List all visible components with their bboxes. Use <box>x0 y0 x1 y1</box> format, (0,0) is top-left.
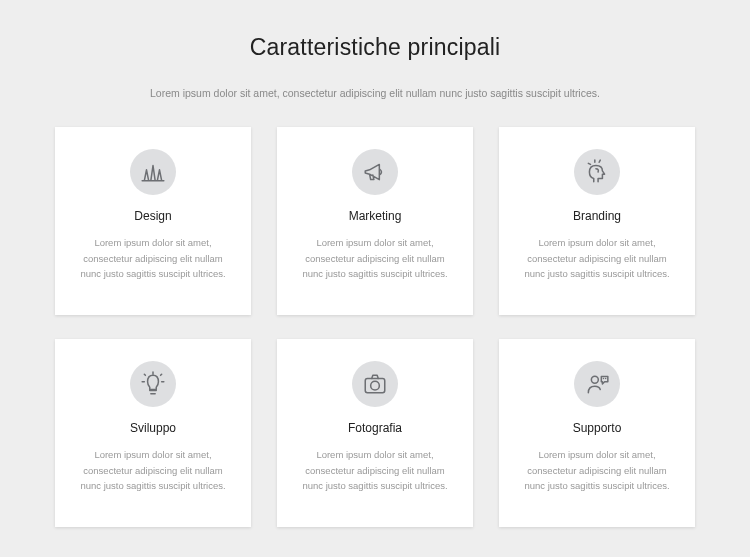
camera-icon <box>352 361 398 407</box>
card-design: Design Lorem ipsum dolor sit amet, conse… <box>55 127 251 315</box>
head-idea-icon <box>574 149 620 195</box>
card-title: Marketing <box>349 209 402 223</box>
card-title: Design <box>134 209 171 223</box>
card-title: Branding <box>573 209 621 223</box>
svg-point-1 <box>371 381 380 390</box>
card-sviluppo: Sviluppo Lorem ipsum dolor sit amet, con… <box>55 339 251 527</box>
page-subtitle: Lorem ipsum dolor sit amet, consectetur … <box>150 87 600 99</box>
card-desc: Lorem ipsum dolor sit amet, consectetur … <box>297 235 453 282</box>
features-grid: Design Lorem ipsum dolor sit amet, conse… <box>55 127 695 527</box>
card-title: Fotografia <box>348 421 402 435</box>
card-desc: Lorem ipsum dolor sit amet, consectetur … <box>75 235 231 282</box>
card-fotografia: Fotografia Lorem ipsum dolor sit amet, c… <box>277 339 473 527</box>
design-icon <box>130 149 176 195</box>
card-desc: Lorem ipsum dolor sit amet, consectetur … <box>297 447 453 494</box>
card-branding: Branding Lorem ipsum dolor sit amet, con… <box>499 127 695 315</box>
lightbulb-icon <box>130 361 176 407</box>
support-icon <box>574 361 620 407</box>
card-desc: Lorem ipsum dolor sit amet, consectetur … <box>75 447 231 494</box>
megaphone-icon <box>352 149 398 195</box>
card-desc: Lorem ipsum dolor sit amet, consectetur … <box>519 235 675 282</box>
card-supporto: Supporto Lorem ipsum dolor sit amet, con… <box>499 339 695 527</box>
card-title: Sviluppo <box>130 421 176 435</box>
svg-point-2 <box>591 376 598 383</box>
page-title: Caratteristiche principali <box>250 34 501 61</box>
card-desc: Lorem ipsum dolor sit amet, consectetur … <box>519 447 675 494</box>
card-title: Supporto <box>573 421 622 435</box>
card-marketing: Marketing Lorem ipsum dolor sit amet, co… <box>277 127 473 315</box>
